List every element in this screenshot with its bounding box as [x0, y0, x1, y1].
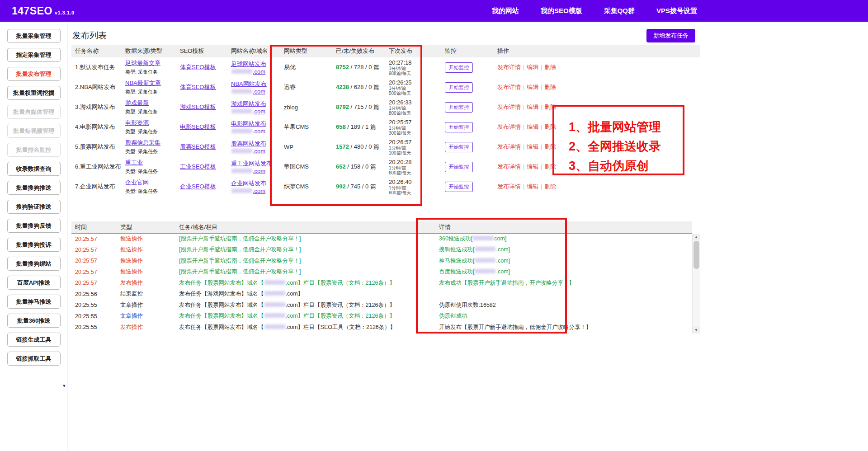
sidebar-item[interactable]: 收录数据查询 — [7, 162, 61, 176]
source-link[interactable]: NBA最新文章 — [125, 80, 161, 86]
start-monitor-button[interactable]: 开始监控 — [445, 102, 473, 113]
source-link[interactable]: 重工业 — [125, 159, 143, 166]
template-link[interactable]: 企业SEO模板 — [180, 183, 216, 190]
site-name-link[interactable]: 企业网站发布 — [231, 180, 266, 187]
site-domain-link[interactable]: .com — [231, 128, 265, 135]
site-name-link[interactable]: 重工业网站发布 — [231, 160, 272, 167]
action-edit[interactable]: 编辑 — [527, 143, 538, 150]
action-edit[interactable]: 编辑 — [527, 123, 538, 130]
template-link[interactable]: 游戏SEO模板 — [180, 103, 216, 110]
sidebar-item[interactable]: 批量搜狗投诉 — [7, 238, 61, 252]
sidebar-scrollbar[interactable]: ▼ — [61, 383, 67, 389]
action-publish-detail[interactable]: 发布详情 — [497, 103, 521, 110]
content-header: 发布列表 新增发布任务 — [71, 22, 700, 44]
action-delete[interactable]: 删除 — [544, 84, 556, 90]
source-link[interactable]: 电影资源 — [125, 119, 149, 126]
site-domain-link[interactable]: .com — [231, 68, 265, 75]
action-delete[interactable]: 删除 — [544, 123, 556, 130]
sidebar-item[interactable]: 批量发布管理 — [7, 67, 61, 81]
action-edit[interactable]: 编辑 — [527, 183, 538, 190]
source-type: 类型: 采集任务 — [125, 148, 173, 155]
action-edit[interactable]: 编辑 — [527, 64, 538, 70]
task-name: 2.NBA网站发布 — [71, 77, 122, 97]
source-link[interactable]: 股票信息采集 — [125, 139, 160, 146]
sidebar-item[interactable]: 批量搜狗推送 — [7, 181, 61, 195]
action-publish-detail[interactable]: 发布详情 — [497, 183, 521, 190]
blurred-domain — [475, 269, 495, 273]
action-delete[interactable]: 删除 — [544, 143, 556, 150]
sidebar-item[interactable]: 批量搜狗绑站 — [7, 257, 61, 271]
action-publish-detail[interactable]: 发布详情 — [497, 123, 521, 130]
log-section: 时间类型任务/域名/栏目详情 20:25:57推送操作[股票开户新手避坑指南，低… — [71, 221, 700, 334]
site-name-link[interactable]: 足球网站发布 — [231, 61, 266, 67]
source-cell: 电影资源类型: 采集任务 — [122, 117, 176, 137]
start-monitor-button[interactable]: 开始监控 — [445, 142, 473, 152]
template-link[interactable]: 工业SEO模板 — [180, 163, 216, 170]
log-task: 发布任务【股票网站发布】域名【.com】栏目【SEO工具（文档：2126条）】 — [175, 322, 435, 333]
sidebar-item[interactable]: 链接抓取工具 — [7, 352, 61, 366]
site-domain-link[interactable]: .com — [231, 188, 265, 194]
action-publish-detail[interactable]: 发布详情 — [497, 64, 521, 70]
action-delete[interactable]: 删除 — [544, 183, 556, 190]
sidebar-item[interactable]: 批量神马推送 — [7, 295, 61, 309]
action-publish-detail[interactable]: 发布详情 — [497, 143, 521, 150]
start-monitor-button[interactable]: 开始监控 — [445, 182, 473, 192]
action-publish-detail[interactable]: 发布详情 — [497, 163, 521, 170]
sidebar-item[interactable]: 指定采集管理 — [7, 48, 61, 62]
template-link[interactable]: 体育SEO模板 — [180, 84, 216, 90]
source-link[interactable]: 游戏最新 — [125, 99, 149, 106]
source-link[interactable]: 企业官网 — [125, 179, 149, 186]
action-edit[interactable]: 编辑 — [527, 84, 538, 90]
sidebar-item[interactable]: 批量搜狗反馈 — [7, 219, 61, 233]
site-name-link[interactable]: 游戏网站发布 — [231, 100, 266, 107]
action-delete[interactable]: 删除 — [544, 64, 556, 70]
template-link[interactable]: 股票SEO模板 — [180, 143, 216, 150]
site-domain-link[interactable]: .com — [231, 168, 265, 174]
sidebar-scroll-down-icon[interactable]: ▼ — [62, 384, 66, 388]
log-type: 发布操作 — [117, 322, 175, 333]
sidebar-item[interactable]: 搜狗验证推送 — [7, 200, 61, 214]
action-delete[interactable]: 删除 — [544, 163, 556, 170]
action-publish-detail[interactable]: 发布详情 — [497, 84, 521, 90]
template-link[interactable]: 体育SEO模板 — [180, 64, 216, 70]
site-name-link[interactable]: 股票网站发布 — [231, 140, 266, 147]
site-name-link[interactable]: 电影网站发布 — [231, 120, 266, 127]
sidebar-item[interactable]: 链接生成工具 — [7, 333, 61, 347]
scroll-up-icon[interactable]: ▲ — [693, 234, 700, 240]
action-edit[interactable]: 编辑 — [527, 103, 538, 110]
log-scrollbar[interactable]: ▲ ▼ — [692, 234, 700, 334]
scroll-down-icon[interactable]: ▼ — [693, 327, 700, 334]
sidebar-item[interactable]: 批量采集管理 — [7, 29, 61, 43]
sidebar-item[interactable]: 批量360推送 — [7, 314, 61, 328]
scroll-thumb[interactable] — [693, 241, 699, 269]
source-link[interactable]: 足球最新文章 — [125, 60, 160, 66]
start-monitor-button[interactable]: 开始监控 — [445, 162, 473, 172]
publish-stats: 4238 / 628 / 0 篇 — [332, 77, 385, 97]
top-nav-item[interactable]: 我的SEO模版 — [541, 7, 582, 15]
site-domain-link[interactable]: .com — [231, 148, 265, 155]
publish-stats: 652 / 158 / 0 篇 — [332, 157, 385, 177]
app-version: v1.3.1.0 — [55, 10, 75, 15]
action-delete[interactable]: 删除 — [544, 103, 556, 110]
app-title: 147SEO — [12, 5, 52, 17]
top-nav-item[interactable]: VPS拨号设置 — [656, 7, 697, 15]
app-logo: 147SEOv1.3.1.0 — [12, 5, 75, 17]
top-nav-item[interactable]: 我的网站 — [492, 7, 519, 15]
top-nav-item[interactable]: 采集QQ群 — [604, 7, 635, 15]
new-publish-task-button[interactable]: 新增发布任务 — [646, 29, 695, 42]
start-monitor-button[interactable]: 开始监控 — [445, 82, 473, 93]
actions-cell: 发布详情|编辑|删除 — [494, 77, 700, 97]
publish-rate: 1分钟/篇 — [389, 106, 438, 111]
start-monitor-button[interactable]: 开始监控 — [445, 122, 473, 132]
action-edit[interactable]: 编辑 — [527, 163, 538, 170]
site-domain-link[interactable]: .com — [231, 108, 265, 115]
monitor-cell: 开始监控 — [441, 57, 494, 77]
site-cell: 电影网站发布.com — [227, 117, 280, 137]
sidebar-item[interactable]: 百度API推送 — [7, 276, 61, 290]
start-monitor-button[interactable]: 开始监控 — [445, 62, 473, 73]
site-name-link[interactable]: NBA网站发布 — [231, 80, 267, 87]
site-domain-link[interactable]: .com — [231, 88, 265, 95]
template-link[interactable]: 电影SEO模板 — [180, 123, 216, 130]
source-cell: 重工业类型: 采集任务 — [122, 157, 176, 177]
sidebar-item[interactable]: 批量权重词挖掘 — [7, 86, 61, 100]
